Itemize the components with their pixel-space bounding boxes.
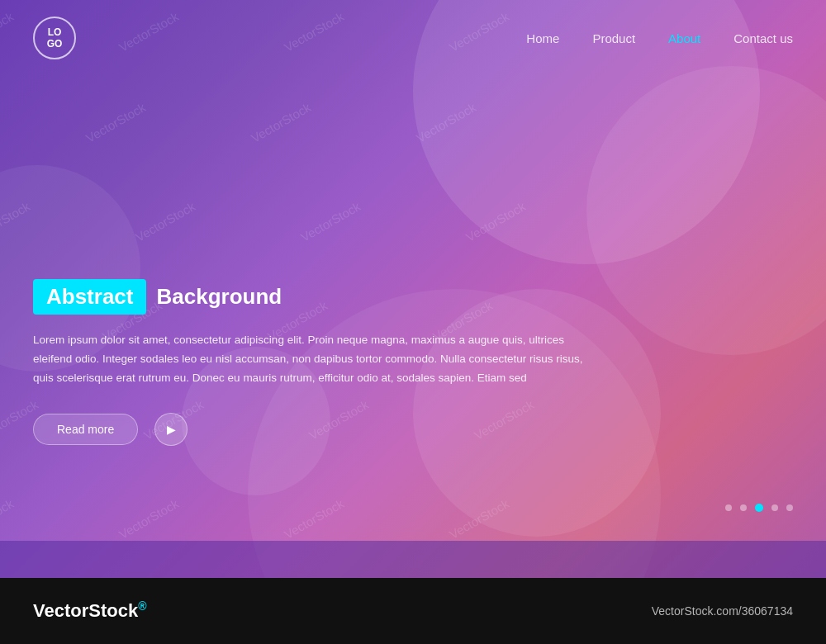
nav-links: Home Product About Contact us <box>526 31 793 45</box>
hero-section: VectorStockVectorStockVectorStockVectorS… <box>0 0 826 578</box>
dot-2[interactable] <box>740 504 747 511</box>
hero-description: Lorem ipsum dolor sit amet, consectetur … <box>33 331 595 388</box>
dot-5[interactable] <box>786 504 793 511</box>
nav-product[interactable]: Product <box>592 31 635 45</box>
play-icon: ▶ <box>167 423 176 436</box>
read-more-button[interactable]: Read more <box>33 414 138 445</box>
footer: VectorStock® VectorStock.com/36067134 <box>0 578 826 644</box>
title-badge: Abstract <box>33 279 146 315</box>
nav-home[interactable]: Home <box>526 31 559 45</box>
purple-band <box>0 541 826 578</box>
dots-container <box>725 504 793 512</box>
registered-symbol: ® <box>138 599 146 613</box>
navbar: LO GO Home Product About Contact us <box>0 0 826 76</box>
nav-contact[interactable]: Contact us <box>733 31 793 45</box>
footer-url: VectorStock.com/36067134 <box>652 604 793 618</box>
main-container: VectorStockVectorStockVectorStockVectorS… <box>0 0 826 644</box>
dot-1[interactable] <box>725 504 732 511</box>
hero-actions: Read more ▶ <box>33 413 793 446</box>
dot-3-active[interactable] <box>755 504 763 512</box>
play-button[interactable]: ▶ <box>154 413 188 446</box>
hero-title: Abstract Background <box>33 279 793 315</box>
hero-content: Abstract Background Lorem ipsum dolor si… <box>33 279 793 446</box>
title-main: Background <box>156 284 282 310</box>
footer-brand: VectorStock® <box>33 599 147 622</box>
dot-4[interactable] <box>771 504 778 511</box>
logo: LO GO <box>33 17 76 59</box>
nav-about[interactable]: About <box>668 31 700 45</box>
